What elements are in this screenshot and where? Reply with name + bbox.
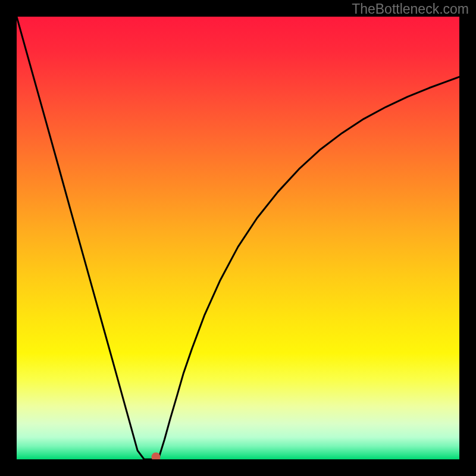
- bottleneck-curve: [17, 17, 459, 459]
- chart-frame: TheBottleneck.com: [0, 0, 476, 476]
- minimum-marker-icon: [152, 453, 161, 460]
- watermark-label: TheBottleneck.com: [352, 1, 469, 17]
- plot-area: [17, 17, 459, 459]
